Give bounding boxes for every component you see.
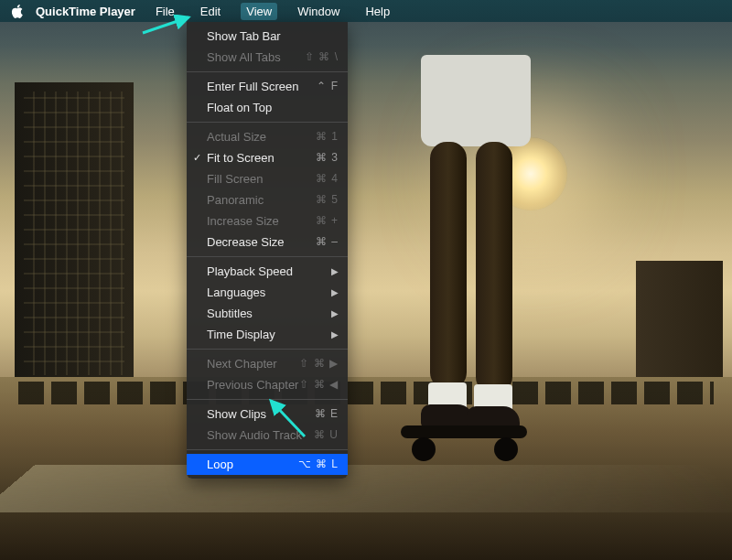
menu-item-fit-to-screen[interactable]: ✓Fit to Screen⌘ 3 (187, 147, 348, 168)
menu-item-label: Fit to Screen (207, 150, 316, 166)
menu-separator (187, 349, 348, 350)
menu-item-label: Next Chapter (207, 356, 299, 372)
chevron-right-icon: ▶ (331, 264, 339, 279)
menu-item-languages[interactable]: Languages▶ (187, 282, 348, 303)
menu-item-fill-screen: Fill Screen⌘ 4 (187, 168, 348, 189)
chevron-right-icon: ▶ (331, 306, 339, 321)
menu-item-shortcut: ⇧ ⌘ ◀ (299, 377, 339, 393)
menu-separator (187, 122, 348, 123)
menu-item-decrease-size[interactable]: Decrease Size⌘ – (187, 232, 348, 253)
menu-item-label: Previous Chapter (207, 377, 299, 393)
menu-item-previous-chapter: Previous Chapter⇧ ⌘ ◀ (187, 374, 348, 395)
road-marking (0, 465, 732, 512)
menu-item-label: Panoramic (207, 192, 316, 208)
menu-item-label: Float on Top (207, 100, 339, 115)
menu-item-increase-size: Increase Size⌘ + (187, 210, 348, 232)
menu-item-shortcut: ⌘ 5 (316, 192, 339, 208)
menu-item-show-all-tabs: Show All Tabs⇧ ⌘ \ (187, 47, 348, 68)
menu-item-shortcut: ⌘ E (315, 406, 339, 422)
macos-menubar: QuickTime Player File Edit View Window H… (0, 0, 732, 22)
skateboard-wheel (494, 437, 518, 461)
menu-item-shortcut: ⌘ – (316, 234, 339, 250)
skateboard-wheel (412, 437, 436, 461)
menu-item-show-tab-bar[interactable]: Show Tab Bar (187, 26, 348, 47)
menu-item-playback-speed[interactable]: Playback Speed▶ (187, 261, 348, 282)
menu-item-shortcut: ⌃ F (317, 79, 339, 94)
menu-view[interactable]: View (241, 3, 277, 20)
menu-item-label: Increase Size (207, 213, 316, 229)
skateboard-deck (401, 425, 527, 438)
menu-item-label: Decrease Size (207, 234, 316, 250)
menu-item-loop[interactable]: Loop⌥ ⌘ L (187, 454, 348, 475)
menu-help[interactable]: Help (360, 3, 395, 20)
chevron-right-icon: ▶ (331, 285, 339, 300)
menu-separator (187, 256, 348, 257)
menu-item-subtitles[interactable]: Subtitles▶ (187, 303, 348, 324)
menu-item-shortcut: ⇧ ⌘ \ (305, 49, 339, 65)
chevron-right-icon: ▶ (331, 327, 339, 342)
annotation-arrow-to-loop (264, 395, 309, 441)
menu-item-shortcut: ⌘ 3 (316, 150, 339, 166)
menu-window[interactable]: Window (292, 3, 345, 20)
menu-item-label: Subtitles (207, 306, 326, 321)
menu-item-shortcut: ⇧ ⌘ ▶ (299, 356, 339, 372)
skateboarder-figure (403, 0, 540, 458)
menu-item-next-chapter: Next Chapter⇧ ⌘ ▶ (187, 353, 348, 374)
menu-item-shortcut: ⌘ + (316, 213, 339, 229)
menu-item-label: Languages (207, 285, 326, 300)
menu-item-actual-size: Actual Size⌘ 1 (187, 126, 348, 147)
menu-item-enter-full-screen[interactable]: Enter Full Screen⌃ F (187, 76, 348, 97)
menu-item-shortcut: ⌥ ⌘ L (298, 457, 339, 472)
menu-item-label: Time Display (207, 327, 326, 342)
menu-item-label: Fill Screen (207, 171, 316, 187)
menu-item-label: Actual Size (207, 129, 316, 145)
menu-item-panoramic: Panoramic⌘ 5 (187, 189, 348, 210)
apple-logo-icon[interactable] (11, 5, 23, 18)
menu-item-time-display[interactable]: Time Display▶ (187, 324, 348, 345)
app-name: QuickTime Player (36, 5, 135, 18)
annotation-arrow-to-view (141, 15, 196, 37)
menu-item-label: Playback Speed (207, 264, 326, 279)
building-silhouette-left (15, 82, 134, 384)
building-silhouette-right (636, 261, 723, 384)
svg-line-0 (143, 17, 188, 33)
menu-item-label: Show All Tabs (207, 49, 305, 65)
menu-item-label: Enter Full Screen (207, 79, 317, 94)
menu-item-shortcut: ⌘ U (314, 427, 339, 443)
menu-item-label: Loop (207, 457, 298, 472)
checkmark-icon: ✓ (193, 150, 201, 166)
menu-edit[interactable]: Edit (195, 3, 226, 20)
menu-item-shortcut: ⌘ 1 (316, 129, 339, 145)
menu-separator (187, 449, 348, 450)
menu-item-shortcut: ⌘ 4 (316, 171, 339, 187)
menu-item-label: Show Tab Bar (207, 28, 339, 44)
menu-separator (187, 71, 348, 72)
menu-item-float-on-top[interactable]: Float on Top (187, 97, 348, 118)
parked-cars-row (18, 382, 714, 404)
svg-line-1 (271, 401, 305, 436)
